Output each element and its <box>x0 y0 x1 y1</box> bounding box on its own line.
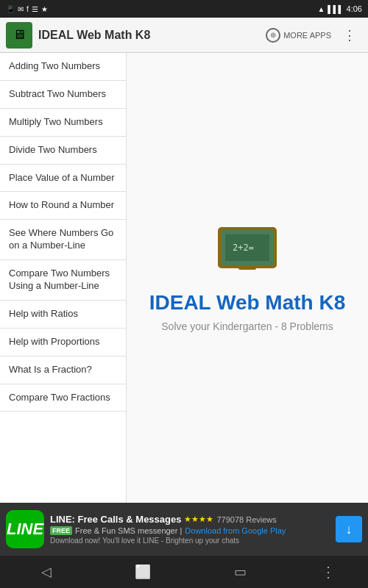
chalkboard-icon: 🖥 <box>13 27 26 43</box>
status-right-icons: ▲ ▌▌▌ 4:06 <box>317 4 362 13</box>
sidebar-item-help-with-proportions[interactable]: Help with Proportions <box>0 329 126 356</box>
mail-icon: ✉ <box>18 5 24 13</box>
ad-banner: LINE LINE: Free Calls & Messages ★★★★ 77… <box>0 503 368 556</box>
fb-icon: f <box>26 5 29 13</box>
time-display: 4:06 <box>347 4 362 13</box>
svg-rect-3 <box>238 265 256 270</box>
sidebar-item-help-with-ratios[interactable]: Help with Ratios <box>0 301 126 329</box>
wifi-icon: ▲ <box>317 5 325 13</box>
more-apps-label: MORE APPS <box>283 31 331 40</box>
sidebar-item-multiply-two-numbers[interactable]: Multiply Two Numbers <box>0 109 126 137</box>
app-logo: 🖥 <box>6 22 32 49</box>
navigation-bar: ◁ ⬜ ▭ ⋮ <box>0 556 368 588</box>
status-left-icons: 📱 ✉ f ☰ ★ <box>6 5 48 13</box>
chalkboard-illustration: 2+2= <box>218 224 277 279</box>
ad-description: Free & Fun SMS messenger | <box>75 526 182 535</box>
svg-text:2+2=: 2+2= <box>233 243 254 253</box>
overflow-menu-button[interactable]: ⋮ <box>337 27 362 43</box>
ad-stars: ★★★★ <box>184 514 213 524</box>
sidebar-item-place-value-of-a-number[interactable]: Place Value of a Number <box>0 165 126 193</box>
sidebar: Adding Two Numbers Subtract Two Numbers … <box>0 53 127 503</box>
sidebar-item-compare-two-numbers[interactable]: Compare Two Numbers Using a Number-Line <box>0 260 126 301</box>
more-apps-button[interactable]: ⊕ MORE APPS <box>260 25 337 46</box>
ad-download-button[interactable]: ↓ <box>336 516 362 542</box>
sidebar-item-compare-two-fractions[interactable]: Compare Two Fractions <box>0 384 126 412</box>
ad-app-name: LINE: Free Calls & Messages <box>50 514 181 525</box>
sidebar-item-what-is-a-fraction[interactable]: What Is a Fraction? <box>0 356 126 384</box>
main-content: Adding Two Numbers Subtract Two Numbers … <box>0 53 368 503</box>
content-subtitle: Solve your Kindergarten - 8 Problems <box>161 320 333 332</box>
ad-desc-row: FREE Free & Fun SMS messenger | Download… <box>50 526 330 535</box>
sidebar-item-adding-two-numbers[interactable]: Adding Two Numbers <box>0 53 126 81</box>
star-icon: ★ <box>41 5 48 13</box>
ad-download-link[interactable]: Download from Google Play <box>185 526 286 535</box>
app-bar: 🖥 IDEAL Web Math K8 ⊕ MORE APPS ⋮ <box>0 18 368 53</box>
home-button[interactable]: ⬜ <box>120 558 166 586</box>
recents-button[interactable]: ▭ <box>219 558 261 586</box>
content-area: 2+2= IDEAL Web Math K8 Solve your Kinder… <box>127 53 368 503</box>
sidebar-item-subtract-two-numbers[interactable]: Subtract Two Numbers <box>0 81 126 109</box>
sidebar-item-see-where-numbers[interactable]: See Where Numbers Go on a Number-Line <box>0 220 126 260</box>
menu-icon: ☰ <box>32 5 38 13</box>
back-button[interactable]: ◁ <box>26 558 66 586</box>
content-title: IDEAL Web Math K8 <box>149 291 346 315</box>
app-title: IDEAL Web Math K8 <box>38 29 260 42</box>
ad-app-logo: LINE <box>6 510 44 548</box>
ad-bottom-text: Download now! You'll love it LINE - Brig… <box>50 537 330 545</box>
download-arrow-icon: ↓ <box>346 522 353 537</box>
ad-text-area: LINE: Free Calls & Messages ★★★★ 779078 … <box>50 514 330 545</box>
sidebar-item-how-to-round-a-number[interactable]: How to Round a Number <box>0 192 126 220</box>
more-apps-icon: ⊕ <box>266 28 280 43</box>
sidebar-item-divide-two-numbers[interactable]: Divide Two Numbers <box>0 137 126 165</box>
nav-overflow-button[interactable]: ⋮ <box>315 557 342 587</box>
status-bar: 📱 ✉ f ☰ ★ ▲ ▌▌▌ 4:06 <box>0 0 368 18</box>
ad-free-badge: FREE <box>50 526 72 535</box>
sim-icon: 📱 <box>6 5 15 13</box>
ad-review-count: 779078 Reviews <box>216 515 276 524</box>
signal-icon: ▌▌▌ <box>328 5 343 13</box>
ad-title-row: LINE: Free Calls & Messages ★★★★ 779078 … <box>50 514 330 525</box>
